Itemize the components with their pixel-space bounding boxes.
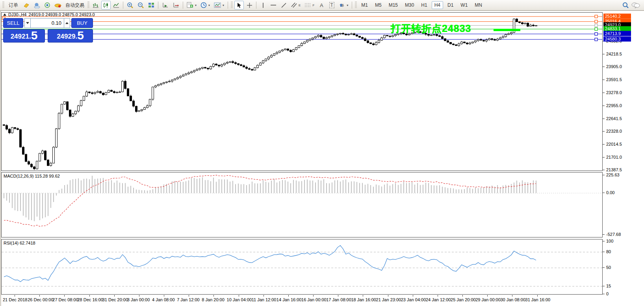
auto-trading-button[interactable]: 自动交易 bbox=[64, 1, 86, 9]
time-axis[interactable]: 21 Dec 201826 Dec 00:0027 Dec 08:0028 De… bbox=[1, 295, 603, 306]
market-watch-button[interactable] bbox=[22, 1, 31, 9]
candle-body bbox=[213, 64, 215, 67]
trendline-tool-button[interactable] bbox=[279, 1, 288, 9]
chat-cloud-button[interactable] bbox=[32, 1, 42, 9]
candle-body bbox=[323, 37, 325, 39]
candle-body bbox=[458, 44, 460, 46]
candle-body bbox=[287, 49, 289, 50]
candle-body bbox=[246, 67, 248, 69]
candle-body bbox=[340, 33, 341, 34]
candle-body bbox=[111, 90, 113, 91]
buy-button[interactable]: BUY bbox=[71, 18, 93, 28]
candle-body bbox=[378, 40, 380, 43]
time-label: 30 Jan 08:00 bbox=[500, 297, 525, 302]
candle-body bbox=[141, 109, 143, 111]
rsi-pane[interactable]: RSI(14) 62.7418 bbox=[1, 239, 603, 295]
bar-chart-mode-button[interactable] bbox=[91, 1, 100, 9]
volume-input[interactable] bbox=[31, 18, 64, 28]
candle-body bbox=[475, 41, 477, 42]
timeframe-mn-button[interactable]: MN bbox=[472, 1, 485, 9]
time-label: 18 Jan 16:00 bbox=[351, 297, 376, 302]
axis-tick-mark bbox=[603, 175, 605, 175]
axis-tick-mark bbox=[603, 193, 605, 193]
auto-scroll-button[interactable] bbox=[160, 1, 170, 9]
candle-body bbox=[78, 106, 80, 111]
text-tool-button[interactable]: A bbox=[317, 1, 326, 9]
tile-windows-button[interactable] bbox=[147, 1, 156, 9]
buy-price-display[interactable]: 24929.5 bbox=[48, 29, 93, 43]
volume-increase-button[interactable] bbox=[64, 18, 70, 28]
candle-body bbox=[207, 68, 209, 69]
candle-body bbox=[202, 67, 204, 69]
candle-body bbox=[177, 78, 179, 79]
candle-body bbox=[306, 40, 308, 42]
horizontal-line-tool-button[interactable] bbox=[269, 1, 278, 9]
candle-body bbox=[480, 39, 482, 40]
zoom-in-button[interactable] bbox=[125, 1, 135, 9]
line-chart-mode-button[interactable] bbox=[111, 1, 121, 9]
sell-price-display[interactable]: 24921.5 bbox=[3, 29, 45, 43]
candle-body bbox=[491, 39, 493, 39]
fibonacci-icon bbox=[304, 2, 311, 8]
time-tick-mark bbox=[114, 295, 115, 297]
collapse-triangle-icon[interactable] bbox=[3, 13, 6, 16]
time-label: 31 Jan 16:00 bbox=[525, 297, 551, 302]
timeframe-h1-button[interactable]: H1 bbox=[418, 1, 430, 9]
tile-windows-icon bbox=[148, 2, 154, 8]
arrows-tool-button[interactable]: ▾ bbox=[337, 1, 350, 9]
chart-shift-button[interactable] bbox=[171, 1, 181, 9]
templates-button[interactable]: ▾ bbox=[212, 1, 226, 9]
axis-tick-mark bbox=[603, 241, 605, 241]
text-label-tool-button[interactable]: T bbox=[327, 1, 336, 9]
price-tick: 22641.5 bbox=[606, 116, 622, 121]
time-label: 26 Dec 00:00 bbox=[28, 297, 53, 302]
candle-body bbox=[453, 44, 455, 45]
indicators-button[interactable]: ▾ bbox=[185, 1, 198, 9]
vertical-line-tool-button[interactable] bbox=[258, 1, 268, 9]
search-icon[interactable] bbox=[622, 2, 629, 9]
annotation-text[interactable]: 打开转折点24833 bbox=[391, 22, 471, 35]
candlestick-mode-button[interactable] bbox=[101, 1, 111, 9]
candle-body bbox=[262, 61, 264, 63]
cursor-tool-button[interactable] bbox=[234, 1, 244, 9]
timeframe-d1-button[interactable]: D1 bbox=[445, 1, 456, 9]
signals-button[interactable] bbox=[43, 1, 52, 9]
candle-body bbox=[331, 35, 333, 37]
candle-body bbox=[353, 34, 355, 35]
new-order-button[interactable]: 订单 bbox=[6, 1, 21, 9]
zoom-out-button[interactable] bbox=[136, 1, 146, 9]
candle-body bbox=[367, 41, 369, 43]
expert-advisor-button[interactable] bbox=[53, 1, 63, 9]
timeframe-w1-button[interactable]: W1 bbox=[458, 1, 470, 9]
crosshair-icon bbox=[247, 2, 252, 8]
fibonacci-tool-button[interactable]: F bbox=[303, 1, 316, 9]
periods-button[interactable]: ▾ bbox=[199, 1, 212, 9]
candle-body bbox=[389, 36, 391, 37]
timeframe-m15-button[interactable]: M15 bbox=[386, 1, 401, 9]
timeframe-m30-button[interactable]: M30 bbox=[402, 1, 417, 9]
axis-tick-mark bbox=[603, 252, 605, 252]
volume-decrease-button[interactable] bbox=[24, 18, 31, 28]
candle-body bbox=[486, 40, 488, 41]
candle-body bbox=[31, 164, 33, 167]
comments-icon[interactable] bbox=[631, 2, 640, 8]
text-tool-icon: A bbox=[320, 2, 323, 8]
timeframe-m1-button[interactable]: M1 bbox=[358, 1, 371, 9]
crosshair-tool-button[interactable] bbox=[245, 1, 254, 9]
candle-body bbox=[271, 56, 273, 57]
equidistant-channel-tool-button[interactable]: E bbox=[289, 1, 302, 9]
channel-icon bbox=[291, 2, 297, 8]
timeframe-h4-button[interactable]: H4 bbox=[432, 1, 443, 9]
sell-button[interactable]: SELL bbox=[3, 18, 23, 28]
timeframe-m5-button[interactable]: M5 bbox=[372, 1, 384, 9]
annotation-thick-line[interactable] bbox=[494, 29, 520, 31]
candle-body bbox=[191, 72, 193, 73]
macd-pane[interactable]: MACD(12,26,9) 115.28 99.62 bbox=[1, 172, 603, 237]
level-handle bbox=[595, 15, 598, 18]
candle-body bbox=[188, 73, 190, 74]
candle-body bbox=[494, 39, 496, 40]
candle-body bbox=[530, 25, 532, 26]
price-axis-column[interactable]: 24532.024218.523905.023591.523278.022955… bbox=[603, 12, 644, 306]
chart-ohlc-values: 24919.0 24939.0 24875.0 24923.0 bbox=[28, 12, 95, 17]
candle-body bbox=[342, 33, 344, 34]
